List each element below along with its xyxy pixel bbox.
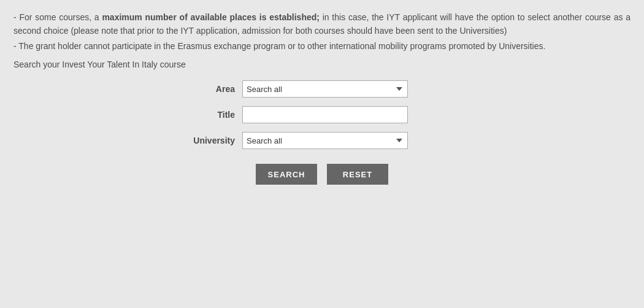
university-row: University Search all (163, 132, 481, 149)
search-form: Area Search all Title University Search … (13, 80, 631, 185)
search-button[interactable]: SEARCH (256, 164, 317, 185)
area-select[interactable]: Search all (242, 80, 408, 98)
title-row: Title (163, 106, 481, 123)
university-select[interactable]: Search all (242, 132, 408, 149)
title-label: Title (163, 110, 242, 120)
info-text-block: - For some courses, a maximum number of … (13, 11, 631, 53)
paragraph-1: - For some courses, a maximum number of … (13, 11, 631, 37)
search-intro-text: Search your Invest Your Talent In Italy … (13, 60, 631, 69)
university-label: University (163, 136, 242, 145)
title-input[interactable] (242, 106, 408, 123)
paragraph-2: - The grant holder cannot participate in… (13, 40, 631, 53)
page-container: - For some courses, a maximum number of … (0, 0, 644, 308)
area-label: Area (163, 84, 242, 94)
reset-button[interactable]: RESET (327, 164, 388, 185)
area-row: Area Search all (163, 80, 481, 98)
buttons-row: SEARCH RESET (256, 164, 388, 185)
